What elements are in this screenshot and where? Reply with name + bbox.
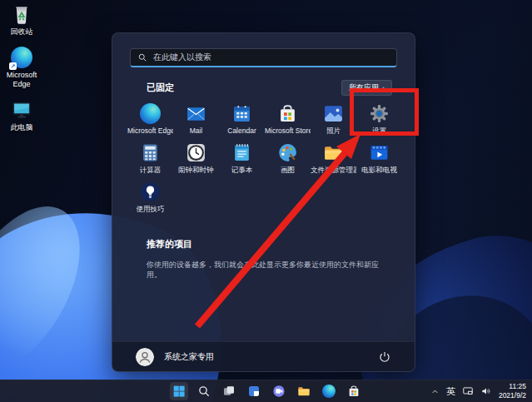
tray-date: 2021/9/2 <box>499 391 526 400</box>
tray-time: 11:25 <box>499 382 526 391</box>
pinned-app-mail[interactable]: Mail <box>173 102 219 141</box>
desktop-icon-edge[interactable]: ↗Microsoft Edge <box>2 47 42 88</box>
calendar-icon <box>231 103 252 124</box>
pinned-app-画图[interactable]: 画图 <box>265 141 311 180</box>
desktop-icon-label: 此电脑 <box>11 123 33 132</box>
alarm-clock-icon <box>186 142 206 163</box>
pinned-app-label: 闹钟和时钟 <box>178 166 214 176</box>
widgets-icon <box>247 385 261 398</box>
widgets-button[interactable] <box>245 382 263 400</box>
edge-browser-icon <box>322 385 336 398</box>
pinned-app-照片[interactable]: 照片 <box>311 102 356 141</box>
start-menu-user-bar: 系统之家专用 <box>112 341 415 371</box>
start-menu-panel: 在此键入以搜索 已固定 所有应用 › Microsoft EdgeMailCal… <box>112 32 415 372</box>
recycle-bin-icon <box>11 3 32 25</box>
tray-volume-icon[interactable] <box>480 385 492 397</box>
recommended-section: 推荐的项目 你使用的设备越多，我们就会在此处显示更多你最近使用的文件和新应用。 <box>147 238 381 280</box>
chat-button[interactable] <box>270 382 288 400</box>
desktop-icon-this-pc[interactable]: 此电脑 <box>2 99 42 132</box>
all-apps-button[interactable]: 所有应用 › <box>341 80 392 96</box>
pinned-app-闹钟和时钟[interactable]: 闹钟和时钟 <box>173 141 219 180</box>
pinned-app-microsoft-edge[interactable]: Microsoft Edge <box>127 102 173 141</box>
all-apps-label: 所有应用 <box>349 82 379 93</box>
windows-11-desktop: 回收站↗Microsoft Edge此电脑 在此键入以搜索 已固定 所有应用 ›… <box>0 0 532 402</box>
folder-icon <box>297 385 311 398</box>
pinned-app-label: Calendar <box>227 127 256 135</box>
file-explorer-button[interactable] <box>295 382 313 400</box>
tray-clock[interactable]: 11:25 2021/9/2 <box>499 382 526 400</box>
settings-gear-icon <box>369 103 390 124</box>
system-tray: 英 11:25 2021/9/2 <box>430 380 526 402</box>
user-name[interactable]: 系统之家专用 <box>164 351 214 363</box>
search-placeholder: 在此键入以搜索 <box>153 52 211 63</box>
photos-icon <box>323 103 344 124</box>
pinned-app-calendar[interactable]: Calendar <box>219 102 265 141</box>
tray-chevron-up-icon[interactable] <box>430 387 440 396</box>
tray-display-icon[interactable] <box>462 385 474 397</box>
store-bag-icon <box>347 385 360 398</box>
user-avatar[interactable] <box>136 348 154 366</box>
pinned-app-label: 文件资源管理器 <box>311 166 356 176</box>
pinned-app-label: 计算器 <box>140 166 162 176</box>
movies-tv-icon <box>369 142 390 163</box>
shortcut-arrow-icon: ↗ <box>9 62 17 70</box>
edge-browser-icon: ↗ <box>11 47 32 68</box>
mail-envelope-icon <box>186 103 206 124</box>
pinned-app-电影和电视[interactable]: 电影和电视 <box>356 141 402 180</box>
pinned-app-label: 照片 <box>326 127 341 136</box>
paint-palette-icon <box>277 142 298 163</box>
pinned-app-label: 电影和电视 <box>361 166 397 176</box>
pinned-app-label: Microsoft Store <box>265 127 311 135</box>
notepad-icon <box>231 142 252 163</box>
pinned-app-label: 记事本 <box>231 166 253 176</box>
tips-bulb-icon <box>140 181 161 202</box>
store-bag-icon <box>277 103 298 124</box>
start-search-input[interactable]: 在此键入以搜索 <box>130 48 397 67</box>
pinned-apps-grid: Microsoft EdgeMailCalendarMicrosoft Stor… <box>127 102 415 219</box>
taskbar-button-group <box>170 382 363 400</box>
pinned-app-microsoft-store[interactable]: Microsoft Store <box>265 102 311 141</box>
desktop-icon-label: Microsoft Edge <box>2 71 42 88</box>
pinned-app-label: 设置 <box>372 127 386 136</box>
recommended-section-title: 推荐的项目 <box>147 238 381 251</box>
calculator-icon <box>140 142 161 163</box>
pinned-app-记事本[interactable]: 记事本 <box>219 141 265 180</box>
pinned-section-title: 已固定 <box>147 82 174 94</box>
pinned-app-label: Microsoft Edge <box>127 127 173 135</box>
edge-browser-icon <box>140 103 161 124</box>
this-pc-monitor-icon <box>11 99 32 121</box>
chevron-right-icon: › <box>382 84 385 92</box>
start-button[interactable] <box>170 382 188 400</box>
desktop-icon-recycle-bin[interactable]: 回收站 <box>2 3 42 36</box>
task-view-icon <box>222 385 236 398</box>
chat-icon <box>272 385 286 398</box>
pinned-app-label: Mail <box>190 127 203 135</box>
search-icon <box>197 385 211 398</box>
pinned-app-计算器[interactable]: 计算器 <box>127 141 173 180</box>
windows-logo-icon <box>172 385 186 398</box>
pinned-app-使用技巧[interactable]: 使用技巧 <box>127 180 173 219</box>
folder-icon <box>323 142 344 163</box>
ime-language-indicator[interactable]: 英 <box>446 385 455 398</box>
edge-button[interactable] <box>320 382 338 400</box>
pinned-app-设置[interactable]: 设置 <box>356 102 402 141</box>
pinned-app-label: 使用技巧 <box>137 205 165 215</box>
store-button[interactable] <box>345 382 363 400</box>
pinned-app-文件资源管理器[interactable]: 文件资源管理器 <box>311 141 356 180</box>
task-view-button[interactable] <box>220 382 238 400</box>
pinned-app-label: 画图 <box>281 166 295 176</box>
power-button[interactable] <box>378 350 391 364</box>
search-icon <box>137 52 147 62</box>
taskbar-search-button[interactable] <box>195 382 213 400</box>
desktop-icon-column: 回收站↗Microsoft Edge此电脑 <box>2 3 42 132</box>
taskbar: 英 11:25 2021/9/2 <box>0 380 532 402</box>
recommended-empty-text: 你使用的设备越多，我们就会在此处显示更多你最近使用的文件和新应用。 <box>147 260 381 280</box>
desktop-icon-label: 回收站 <box>11 27 33 36</box>
